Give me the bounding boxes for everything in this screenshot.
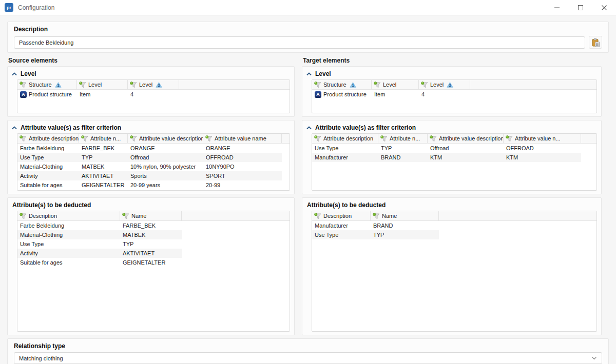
- column-header-attribute-n[interactable]: Attribute n...: [378, 134, 428, 143]
- column-header-level[interactable]: Level2: [128, 80, 179, 89]
- column-header-level[interactable]: Level2: [419, 80, 470, 89]
- column-header-attribute-value-name[interactable]: Attribute value name: [203, 134, 282, 143]
- table-row[interactable]: Suitable for agesGEIGNETALTER20-99 years…: [17, 180, 282, 190]
- target-level-header[interactable]: Level: [306, 69, 597, 78]
- column-header-description[interactable]: Description: [17, 211, 120, 220]
- cell-value: MATBEK: [123, 232, 145, 238]
- cell-value: BRAND: [381, 154, 401, 160]
- filter-icon[interactable]: [373, 213, 380, 219]
- svg-text:1: 1: [57, 83, 59, 88]
- filter-icon[interactable]: [380, 135, 388, 142]
- column-label: Name: [131, 213, 146, 219]
- section-title: Attribute(s) to be deducted: [12, 201, 91, 209]
- filter-icon[interactable]: [314, 82, 321, 88]
- source-elements-column: Source elements Level Structure1LevelLev…: [7, 57, 295, 335]
- table-row[interactable]: Farbe BekleidungFARBE_BEKORANGEORANGE: [17, 144, 282, 153]
- filter-icon[interactable]: [130, 82, 137, 88]
- table-header-row: Attribute descriptionAttribute n...Attri…: [17, 134, 290, 144]
- collapse-chevron-icon[interactable]: [12, 124, 17, 131]
- cell-value: MATBEK: [82, 164, 104, 170]
- target-filter-header[interactable]: Attribute value(s) as filter criterion: [306, 123, 597, 132]
- filter-icon[interactable]: [130, 135, 137, 142]
- source-filter-header[interactable]: Attribute value(s) as filter criterion: [12, 123, 290, 132]
- table-row[interactable]: Use TypeTYP: [312, 230, 439, 239]
- table-row[interactable]: Material-ClothingMATBEK: [17, 230, 182, 239]
- source-level-header[interactable]: Level: [12, 69, 290, 78]
- table-row[interactable]: ActivityAKTIVITAET: [17, 249, 182, 258]
- column-header-description[interactable]: Description: [312, 211, 371, 220]
- description-input[interactable]: [14, 36, 585, 49]
- table-cell: 20-99 years: [128, 180, 203, 190]
- column-header-attribute-value-n[interactable]: Attribute value n...: [504, 134, 581, 143]
- filter-icon[interactable]: [374, 82, 381, 88]
- column-header-structure[interactable]: Structure1: [17, 80, 77, 89]
- column-header-attribute-description[interactable]: Attribute description: [17, 134, 79, 143]
- close-button[interactable]: [592, 0, 616, 15]
- cell-value: 4: [130, 91, 133, 97]
- table-row[interactable]: ManufacturerBRAND: [312, 221, 439, 230]
- cell-value: Manufacturer: [315, 223, 348, 229]
- column-label: Level: [430, 82, 444, 88]
- column-label: Attribute description: [323, 135, 373, 141]
- table-cell: TYP: [378, 144, 428, 153]
- filter-icon[interactable]: [20, 213, 27, 219]
- column-header-level[interactable]: Level: [372, 80, 419, 89]
- filter-icon[interactable]: [20, 82, 27, 88]
- column-header-level[interactable]: Level: [77, 80, 128, 89]
- table-row[interactable]: Use TypeTYP: [17, 239, 182, 249]
- maximize-button[interactable]: [569, 0, 592, 15]
- filter-icon[interactable]: [314, 135, 321, 142]
- filter-icon[interactable]: [421, 82, 428, 88]
- table-header-row: Structure1LevelLevel2: [312, 80, 596, 90]
- collapse-chevron-icon[interactable]: [306, 124, 312, 131]
- filter-icon[interactable]: [79, 82, 86, 88]
- table-row[interactable]: AProduct structureItem4: [312, 90, 470, 99]
- table-cell: Farbe Bekleidung: [17, 221, 120, 230]
- column-header-attribute-value-description[interactable]: Attribute value description: [428, 134, 504, 143]
- table-row[interactable]: Farbe BekleidungFARBE_BEK: [17, 221, 182, 230]
- table-row[interactable]: ActivityAKTIVITAETSportsSPORT: [17, 171, 282, 180]
- table-cell: Item: [77, 90, 128, 99]
- table-row[interactable]: Use TypeTYPOffroadOFFROAD: [312, 144, 581, 153]
- cell-value: TYP: [381, 145, 392, 151]
- filter-icon[interactable]: [506, 135, 513, 142]
- table-cell: AProduct structure: [17, 90, 77, 99]
- cell-value: Use Type: [20, 241, 44, 247]
- table-row[interactable]: AProduct structureItem4: [17, 90, 179, 99]
- filter-icon[interactable]: [314, 213, 321, 219]
- collapse-chevron-icon[interactable]: [12, 70, 17, 77]
- collapse-chevron-icon[interactable]: [306, 70, 312, 77]
- table-row[interactable]: Suitable for agesGEIGNETALTER: [17, 258, 182, 267]
- column-header-name[interactable]: Name: [120, 211, 182, 220]
- table-cell: OFFROAD: [203, 153, 282, 162]
- clipboard-paste-icon: [591, 38, 600, 47]
- paste-button[interactable]: [589, 36, 602, 49]
- table-cell: ORANGE: [203, 144, 282, 153]
- filter-icon[interactable]: [122, 213, 129, 219]
- relationship-type-section: Relationship type Matching clothing: [7, 338, 609, 364]
- column-label: Structure: [323, 82, 346, 88]
- filter-icon[interactable]: [81, 135, 88, 142]
- column-header-structure[interactable]: Structure1: [312, 80, 372, 89]
- sort-order-icon: 2: [156, 82, 162, 88]
- table-cell: Item: [372, 90, 419, 99]
- filter-icon[interactable]: [20, 135, 27, 142]
- description-label: Description: [14, 26, 602, 33]
- filter-icon[interactable]: [205, 135, 213, 142]
- cell-value: Use Type: [20, 154, 44, 160]
- relationship-type-select[interactable]: Matching clothing: [14, 352, 602, 364]
- column-header-attribute-n[interactable]: Attribute n...: [79, 134, 128, 143]
- section-title: Level: [21, 70, 36, 77]
- table-cell: Material-Clothing: [17, 230, 120, 239]
- table-row[interactable]: Material-ClothingMATBEK10% nylon, 90% po…: [17, 162, 282, 171]
- table-row[interactable]: ManufacturerBRANDKTMKTM: [312, 153, 581, 162]
- column-header-name[interactable]: Name: [371, 211, 439, 220]
- column-label: Attribute n...: [90, 135, 121, 141]
- column-header-attribute-value-description[interactable]: Attribute value description: [128, 134, 203, 143]
- minimize-button[interactable]: [545, 0, 569, 15]
- filter-icon[interactable]: [430, 135, 437, 142]
- svg-text:1: 1: [352, 83, 354, 88]
- table-cell: OFFROAD: [504, 144, 581, 153]
- table-row[interactable]: Use TypeTYPOffroadOFFROAD: [17, 153, 282, 162]
- column-header-attribute-description[interactable]: Attribute description: [312, 134, 378, 143]
